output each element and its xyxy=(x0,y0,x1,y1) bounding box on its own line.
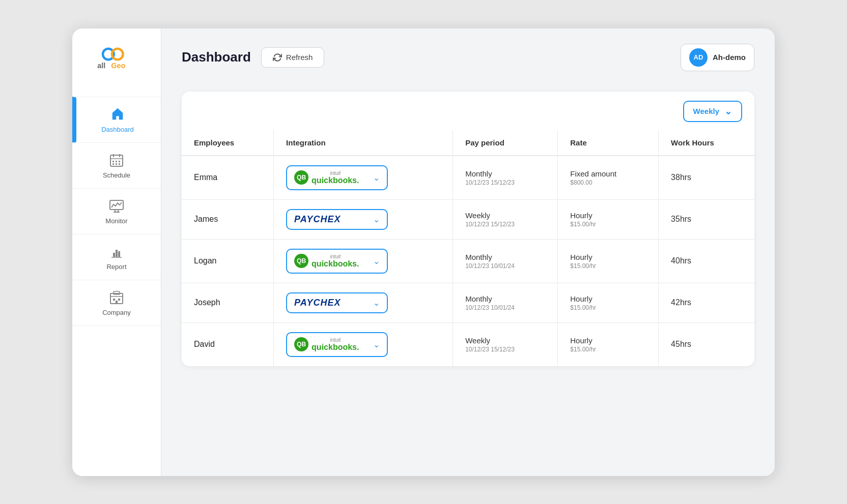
qb-intuit-text: intuit xyxy=(312,337,359,343)
pay-period-main: Monthly xyxy=(465,169,545,178)
refresh-label: Refresh xyxy=(286,53,313,62)
work-hours-value: 45hrs xyxy=(671,340,691,348)
rate-value: $15.00/hr xyxy=(570,262,646,270)
cell-rate: Hourly $15.00/hr xyxy=(558,283,659,322)
main-content: Dashboard Refresh AD Ah-demo xyxy=(161,28,775,476)
rate-type: Hourly xyxy=(570,336,646,345)
qb-name: intuit quickbooks. xyxy=(312,337,359,352)
svg-rect-11 xyxy=(112,163,114,165)
work-hours-value: 40hrs xyxy=(671,256,691,265)
integration-chevron-icon: ⌄ xyxy=(373,173,380,183)
cell-employee: David xyxy=(182,322,274,366)
col-work-hours: Work Hours xyxy=(659,130,754,156)
cell-rate: Hourly $15.00/hr xyxy=(558,239,659,283)
rate-type: Fixed amount xyxy=(570,169,646,178)
svg-text:all: all xyxy=(97,61,105,69)
rate-value: $15.00/hr xyxy=(570,346,646,353)
header-left: Dashboard Refresh xyxy=(182,47,324,68)
cell-rate: Fixed amount $800.00 xyxy=(558,156,659,200)
table-header-row: Employees Integration Pay period Rate Wo… xyxy=(182,130,754,156)
cell-integration: QB intuit quickbooks. ⌄ xyxy=(274,322,453,366)
cell-employee: James xyxy=(182,199,274,239)
svg-rect-9 xyxy=(116,161,117,162)
cell-integration: QB intuit quickbooks. ⌄ xyxy=(274,239,453,283)
paychex-logo: PAYCHEX xyxy=(294,298,341,308)
quickbooks-logo: QB intuit quickbooks. xyxy=(294,337,359,352)
pay-period-dates: 10/12/23 10/01/24 xyxy=(465,304,545,311)
pay-period-main: Weekly xyxy=(465,211,545,220)
work-hours-value: 38hrs xyxy=(671,173,691,182)
header: Dashboard Refresh AD Ah-demo xyxy=(182,44,754,71)
cell-employee: Emma xyxy=(182,156,274,200)
sidebar-item-report[interactable]: Report xyxy=(72,234,161,280)
svg-rect-12 xyxy=(116,163,117,165)
company-icon xyxy=(108,289,125,306)
integration-quickbooks-button[interactable]: QB intuit quickbooks. ⌄ xyxy=(286,332,388,357)
sidebar-item-label-schedule: Schedule xyxy=(103,171,130,179)
table-row: James PAYCHEX ⌄ Weekly 10/12/23 15/12/23… xyxy=(182,199,754,239)
integration-quickbooks-button[interactable]: QB intuit quickbooks. ⌄ xyxy=(286,249,388,274)
work-hours-value: 42hrs xyxy=(671,298,691,307)
sidebar-item-label-monitor: Monitor xyxy=(105,217,127,225)
rate-value: $15.00/hr xyxy=(570,221,646,228)
qb-icon: QB xyxy=(294,337,308,351)
employee-name: Emma xyxy=(194,173,217,182)
pay-period-dates: 10/12/23 10/01/24 xyxy=(465,262,545,270)
qb-brand-text: quickbooks. xyxy=(312,176,359,185)
svg-rect-20 xyxy=(118,251,120,257)
cell-pay-period: Weekly 10/12/23 15/12/23 xyxy=(453,199,558,239)
cell-work-hours: 45hrs xyxy=(659,322,754,366)
dashboard-icon xyxy=(109,106,126,123)
logo-container: all Geo xyxy=(94,44,139,76)
pay-period-main: Monthly xyxy=(465,253,545,261)
cell-work-hours: 35hrs xyxy=(659,199,754,239)
qb-icon: QB xyxy=(294,254,308,268)
period-select-button[interactable]: Weekly ⌄ xyxy=(683,101,742,122)
sidebar-item-label-company: Company xyxy=(102,309,131,316)
qb-name: intuit quickbooks. xyxy=(312,254,359,269)
svg-text:Geo: Geo xyxy=(111,61,125,69)
svg-rect-18 xyxy=(113,253,115,257)
integration-quickbooks-button[interactable]: QB intuit quickbooks. ⌄ xyxy=(286,165,388,190)
quickbooks-logo: QB intuit quickbooks. xyxy=(294,170,359,185)
col-employees: Employees xyxy=(182,130,274,156)
pay-period-main: Weekly xyxy=(465,336,545,345)
refresh-icon xyxy=(273,53,282,62)
employee-name: James xyxy=(194,215,218,223)
svg-rect-8 xyxy=(112,161,114,162)
cell-rate: Hourly $15.00/hr xyxy=(558,322,659,366)
pay-period-dates: 10/12/23 15/12/23 xyxy=(465,221,545,228)
report-icon xyxy=(108,244,125,260)
cell-employee: Logan xyxy=(182,239,274,283)
nav-items: Dashboard Schedule xyxy=(72,97,161,326)
cell-integration: QB intuit quickbooks. ⌄ xyxy=(274,156,453,200)
integration-paychex-button[interactable]: PAYCHEX ⌄ xyxy=(286,209,388,230)
svg-rect-26 xyxy=(116,301,118,304)
sidebar-item-company[interactable]: Company xyxy=(72,280,161,326)
qb-intuit-text: intuit xyxy=(312,170,359,176)
refresh-button[interactable]: Refresh xyxy=(261,47,325,68)
employee-name: David xyxy=(194,340,215,348)
table-row: Emma QB intuit quickbooks. ⌄ Monthly 10/… xyxy=(182,156,754,200)
page-title: Dashboard xyxy=(182,49,251,65)
sidebar-item-dashboard[interactable]: Dashboard xyxy=(72,97,161,142)
cell-pay-period: Monthly 10/12/23 10/01/24 xyxy=(453,283,558,322)
sidebar-item-schedule[interactable]: Schedule xyxy=(72,142,161,188)
schedule-icon xyxy=(108,152,125,168)
integration-paychex-button[interactable]: PAYCHEX ⌄ xyxy=(286,292,388,313)
col-pay-period: Pay period xyxy=(453,130,558,156)
pay-period-dates: 10/12/23 15/12/23 xyxy=(465,346,545,353)
sidebar-item-monitor[interactable]: Monitor xyxy=(72,188,161,234)
period-label: Weekly xyxy=(693,107,719,115)
svg-rect-13 xyxy=(119,163,120,165)
user-badge[interactable]: AD Ah-demo xyxy=(681,44,754,71)
cell-employee: Joseph xyxy=(182,283,274,322)
pay-period-dates: 10/12/23 15/12/23 xyxy=(465,179,545,186)
col-rate: Rate xyxy=(558,130,659,156)
table-section: Weekly ⌄ Employees Integration Pay perio… xyxy=(182,92,754,366)
app-container: all Geo Dashboard xyxy=(72,28,775,476)
cell-pay-period: Monthly 10/12/23 15/12/23 xyxy=(453,156,558,200)
allgeo-logo: all Geo xyxy=(94,44,139,74)
qb-icon: QB xyxy=(294,170,308,185)
qb-name: intuit quickbooks. xyxy=(312,170,359,185)
